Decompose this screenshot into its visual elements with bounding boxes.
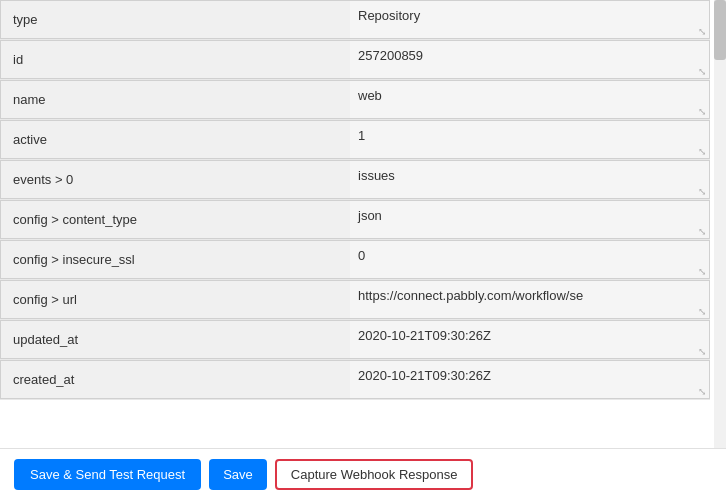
field-label: created_at [0, 360, 350, 399]
field-value-input[interactable] [350, 0, 710, 39]
field-value-input[interactable] [350, 320, 710, 359]
table-row: updated_at⤡ [0, 320, 710, 360]
resize-handle-icon: ⤡ [698, 347, 708, 357]
field-value-input[interactable] [350, 360, 710, 399]
resize-handle-icon: ⤡ [698, 147, 708, 157]
field-label: config > content_type [0, 200, 350, 239]
fields-container: type⤡id⤡name⤡active⤡events > 0⤡config > … [0, 0, 726, 400]
main-content: type⤡id⤡name⤡active⤡events > 0⤡config > … [0, 0, 726, 448]
table-row: id⤡ [0, 40, 710, 80]
field-label: active [0, 120, 350, 159]
field-value-input[interactable] [350, 200, 710, 239]
field-label: config > insecure_ssl [0, 240, 350, 279]
resize-handle-icon: ⤡ [698, 67, 708, 77]
table-row: config > content_type⤡ [0, 200, 710, 240]
resize-handle-icon: ⤡ [698, 387, 708, 397]
field-value-input[interactable] [350, 120, 710, 159]
capture-webhook-button[interactable]: Capture Webhook Response [275, 459, 474, 490]
save-button[interactable]: Save [209, 459, 267, 490]
resize-handle-icon: ⤡ [698, 27, 708, 37]
field-value-input[interactable] [350, 40, 710, 79]
table-row: config > url⤡ [0, 280, 710, 320]
resize-handle-icon: ⤡ [698, 267, 708, 277]
field-label: updated_at [0, 320, 350, 359]
field-value-input[interactable] [350, 80, 710, 119]
field-value-input[interactable] [350, 240, 710, 279]
scrollbar-thumb[interactable] [714, 0, 726, 60]
table-row: type⤡ [0, 0, 710, 40]
table-row: events > 0⤡ [0, 160, 710, 200]
table-row: active⤡ [0, 120, 710, 160]
table-row: config > insecure_ssl⤡ [0, 240, 710, 280]
field-value-input[interactable] [350, 160, 710, 199]
table-row: created_at⤡ [0, 360, 710, 400]
field-label: events > 0 [0, 160, 350, 199]
resize-handle-icon: ⤡ [698, 187, 708, 197]
footer: Save & Send Test Request Save Capture We… [0, 448, 726, 500]
save-send-button[interactable]: Save & Send Test Request [14, 459, 201, 490]
field-label: config > url [0, 280, 350, 319]
resize-handle-icon: ⤡ [698, 307, 708, 317]
field-value-input[interactable] [350, 280, 710, 319]
resize-handle-icon: ⤡ [698, 107, 708, 117]
field-label: type [0, 0, 350, 39]
field-label: name [0, 80, 350, 119]
scrollbar-track [714, 0, 726, 448]
resize-handle-icon: ⤡ [698, 227, 708, 237]
table-row: name⤡ [0, 80, 710, 120]
field-label: id [0, 40, 350, 79]
